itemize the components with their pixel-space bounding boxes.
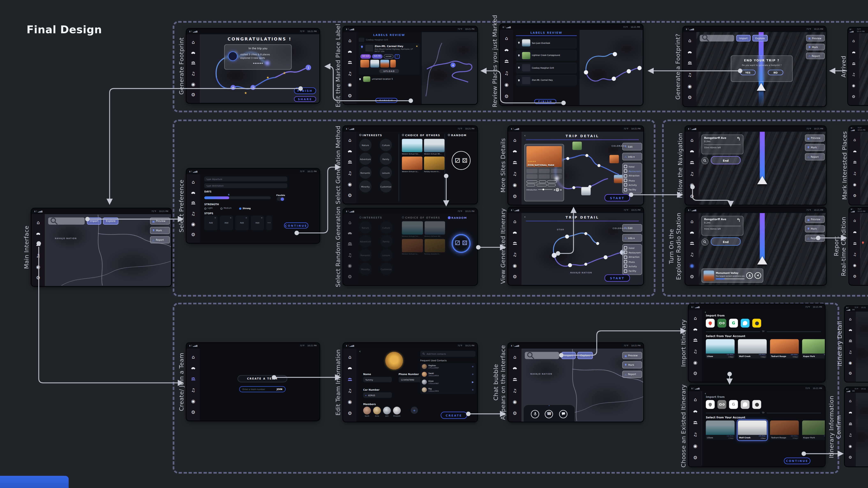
music-icon[interactable]: ♫ [513,171,517,176]
team-icon[interactable] [690,241,694,246]
itinerary-card[interactable]: Tadrart Rouge840 Miles9 Days [770,420,799,440]
marked-place-row[interactable]: Lightner Creek Campground [516,50,577,61]
interest-bubble[interactable]: Family [380,153,392,165]
radio-icon[interactable]: ◉ [852,84,855,88]
settings-icon[interactable]: ⚙ [348,193,352,198]
settings-icon[interactable]: ⚙ [191,232,195,237]
report-button[interactable]: ⚠Report [622,371,642,378]
itinerary-card-selected[interactable]: Wolf Creek476 Miles4 Days [738,420,767,440]
dice-button-active[interactable]: ⚂ ⚄ [452,234,471,253]
search-round-button[interactable] [701,238,709,246]
preview-button[interactable]: ▣Preview [806,35,825,41]
info-button[interactable]: ⚠Info ▾ [622,234,642,242]
search-round-button[interactable] [701,157,709,164]
music-icon[interactable]: ♫ [693,349,698,354]
preview-button[interactable]: ▣Preview [622,352,642,359]
info-button[interactable]: ⚠Info ▾ [622,153,642,161]
car-icon[interactable] [513,149,517,154]
settings-icon[interactable]: ⚙ [852,95,856,99]
category-attraction[interactable]: Attraction [624,256,641,259]
home-icon[interactable]: ⌂ [690,219,693,224]
music-icon[interactable]: ♫ [848,351,852,355]
settings-icon[interactable]: ⚙ [36,275,40,280]
car-icon[interactable] [848,410,852,415]
add-member-button[interactable]: + [411,407,418,414]
prev-track-icon[interactable]: ◀ [553,188,555,191]
continue-button[interactable]: CONTINUE [284,222,308,229]
member-avatar[interactable]: Jack [383,407,391,417]
share-button[interactable]: SHARE [294,96,316,102]
message-button[interactable] [559,410,567,418]
car-icon[interactable] [690,149,694,154]
radio-icon[interactable]: ◉ [513,400,517,404]
site-photo-pin[interactable] [572,142,582,150]
radio-icon[interactable]: ◉ [348,263,352,268]
report-button[interactable]: ⚠Report [805,234,825,242]
car-icon[interactable] [693,409,698,414]
car-icon[interactable] [853,230,857,234]
home-icon[interactable]: ⌂ [513,355,517,359]
car-icon[interactable] [348,231,352,235]
destination-input[interactable]: type destination [204,183,287,188]
tag-sunset[interactable]: sunset [383,54,394,59]
team-icon[interactable] [348,160,352,164]
team-icon[interactable] [191,61,195,66]
team-icon[interactable] [513,377,517,382]
category-facility[interactable]: Facility [624,188,641,191]
team-icon[interactable] [191,377,195,381]
radio-player-card[interactable]: Monument Valley The largest ancient sand… [701,268,764,283]
interest-bubble[interactable]: Leisure [380,167,392,179]
end-navigation-button[interactable]: End [711,156,741,164]
team-avatar[interactable] [385,352,403,369]
settings-icon[interactable]: ⚙ [688,96,692,100]
home-icon[interactable]: ⌂ [348,38,351,43]
itinerary-card[interactable]: Wolf Creek476 Miles4 Days [738,339,767,358]
explore-button[interactable]: Explore [103,218,118,225]
category-activity[interactable]: Activity [624,265,641,268]
share-location-button[interactable] [754,272,761,279]
add-contact-icon[interactable]: + [472,365,474,368]
google-maps-icon[interactable] [706,319,715,328]
edit-button[interactable]: ✎Edit [622,224,642,232]
home-icon[interactable]: ⌂ [192,180,195,185]
itinerary-card[interactable]: Kupar Park96 Miles2 Days [802,420,825,440]
car-icon[interactable] [191,190,195,195]
radio-icon[interactable]: ◉ [191,222,195,227]
category-photo[interactable]: Photo [624,179,641,182]
category-photo[interactable]: Photo [624,260,641,263]
music-icon[interactable]: ♫ [848,434,852,438]
explore-button[interactable]: Explore [752,35,768,41]
music-icon[interactable]: ♫ [513,388,517,393]
favorite-star-icon[interactable]: ★ [416,45,418,47]
car-number-select[interactable]: ▾ 6DR05 [363,392,392,398]
search-bar[interactable] [525,352,559,359]
report-button[interactable]: ⚠Report [805,153,825,160]
category-restaurant[interactable]: Restaurant [624,170,641,173]
home-icon[interactable]: ⌂ [694,397,697,402]
home-icon[interactable]: ⌂ [348,355,351,359]
join-team-field[interactable]: Enter a team number JOIN [239,386,286,392]
car-icon[interactable] [852,50,856,55]
random-option-selected[interactable]: RANDOM [448,216,474,219]
settings-icon[interactable]: ⚙ [848,372,852,376]
departure-input[interactable]: type departure [204,176,287,181]
settings-icon[interactable]: ⚙ [690,194,694,199]
marked-place-row[interactable]: Cowboy Hooghan Grill [516,62,577,73]
home-icon[interactable]: ⌂ [192,40,195,45]
voice-button[interactable] [531,410,539,418]
unnamed-location[interactable]: unnamed location 5 [372,78,393,80]
interest-bubble[interactable]: Nature [359,139,371,151]
team-icon[interactable] [513,160,517,165]
settings-icon[interactable]: ⚙ [693,371,698,376]
finish-button[interactable]: FINISH [534,99,556,104]
start-button[interactable]: START [604,274,630,282]
home-icon[interactable]: ⌂ [694,316,697,320]
home-icon[interactable]: ⌂ [348,138,351,142]
radio-icon[interactable]: ◉ [853,184,856,187]
home-icon[interactable]: ⌂ [513,138,517,142]
report-button[interactable]: ⚠Report [806,53,825,59]
interests-option[interactable]: INTERESTS [359,134,398,137]
music-icon[interactable]: ♫ [191,212,195,216]
car-icon[interactable] [853,149,857,154]
waze-icon[interactable] [741,319,749,328]
